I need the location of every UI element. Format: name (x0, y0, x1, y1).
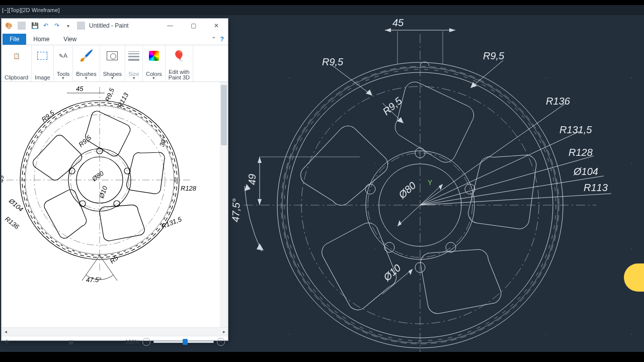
paint-title-text: Untitled - Paint (87, 22, 129, 29)
svg-text:R9,5: R9,5 (77, 134, 93, 149)
ribbon-image[interactable]: Image (32, 45, 54, 81)
svg-text:Ø104: Ø104 (7, 197, 25, 213)
svg-marker-43 (409, 269, 413, 275)
dim-47_5: 47,5° (230, 198, 242, 222)
dim-r136: R136 (546, 96, 571, 107)
svg-text:45: 45 (76, 85, 84, 93)
svg-line-28 (420, 103, 566, 205)
paint-statusbar: ✛ ▦ 100% − + (2, 336, 228, 347)
svg-text:R113: R113 (116, 91, 130, 109)
help-icon[interactable]: ? (220, 36, 224, 43)
svg-text:Ø80: Ø80 (90, 169, 105, 183)
svg-marker-19 (449, 28, 455, 32)
svg-marker-23 (366, 89, 372, 96)
close-button[interactable]: ✕ (205, 19, 228, 33)
paint-app-icon: 🎨 (5, 22, 13, 30)
svg-text:49: 49 (2, 175, 5, 183)
ribbon-shapes[interactable]: Shapes▾ (100, 45, 125, 81)
svg-marker-41 (257, 243, 264, 250)
zoom-out-button[interactable]: − (142, 338, 150, 346)
tab-view[interactable]: View (56, 34, 84, 45)
paint-tabs: File Home View ⌃ ? (2, 33, 228, 45)
ribbon-brushes[interactable]: 🖌️ Brushes▾ (73, 45, 100, 81)
tab-home[interactable]: Home (26, 34, 56, 45)
selection-icon: ▦ (68, 339, 73, 345)
svg-marker-38 (258, 199, 262, 205)
svg-text:R128: R128 (181, 185, 197, 192)
ribbon-clipboard[interactable]: 📋 Clipboard (2, 45, 32, 81)
svg-point-57 (22, 103, 177, 257)
paint-ribbon: 📋 Clipboard Image ✎A Tools▾ 🖌️ Brushes▾ … (2, 45, 228, 82)
qat-dropdown-icon[interactable]: ▾ (64, 22, 72, 30)
svg-text:Ø10: Ø10 (97, 185, 109, 200)
paint-hscrollbar[interactable]: ◂ ▸ (2, 327, 228, 336)
mspaint-window[interactable]: 🎨 💾 ↶ ↷ ▾ Untitled - Paint — ▢ ✕ File Ho… (1, 18, 228, 341)
svg-text:R136: R136 (4, 215, 21, 231)
dim-r9_5-right: R9,5 (483, 50, 505, 61)
dim-r9_5-left: R9,5 (322, 56, 344, 67)
hscroll-left-icon[interactable]: ◂ (2, 328, 10, 336)
tab-file[interactable]: File (3, 34, 26, 45)
svg-line-29 (420, 131, 581, 205)
minimize-button[interactable]: — (158, 19, 182, 33)
svg-point-13 (365, 184, 375, 194)
paint-canvas[interactable]: 45 R9,5 R113 R9,5 30° R9,5 Ø80 Ø10 49 Ø1… (2, 82, 228, 327)
svg-line-30 (420, 156, 594, 205)
paint-sprocket-drawing: 45 R9,5 R113 R9,5 30° R9,5 Ø80 Ø10 49 Ø1… (2, 82, 220, 327)
svg-marker-18 (385, 28, 391, 32)
svg-marker-35 (439, 184, 443, 190)
ribbon-size[interactable]: Size▾ (125, 45, 143, 81)
dim-49: 49 (247, 174, 258, 185)
dim-r128: R128 (569, 147, 593, 158)
viewport-label[interactable]: [−][Top][2D Wireframe] (0, 5, 644, 15)
dim-d104: Ø104 (573, 166, 598, 177)
dim-r113: R113 (584, 182, 608, 193)
axis-y-label: Y (428, 178, 433, 187)
svg-text:R9,5: R9,5 (40, 109, 56, 123)
paint-vscrollbar[interactable] (220, 82, 228, 327)
dim-d80: Ø80 (396, 179, 418, 201)
svg-text:R131,5: R131,5 (160, 215, 183, 230)
ribbon-colors[interactable]: Colors▾ (143, 45, 166, 81)
dim-45: 45 (392, 17, 404, 28)
ribbon-tools[interactable]: ✎A Tools▾ (54, 45, 73, 81)
zoom-slider[interactable] (153, 341, 214, 343)
dim-d10: Ø10 (381, 262, 403, 283)
svg-line-32 (420, 194, 611, 205)
ribbon-paint3d[interactable]: 🎈 Edit with Paint 3D (166, 45, 193, 81)
zoom-in-button[interactable]: + (217, 338, 225, 346)
svg-marker-37 (258, 157, 262, 163)
svg-line-24 (470, 60, 503, 88)
hscroll-right-icon[interactable]: ▸ (220, 328, 228, 336)
svg-line-31 (420, 176, 604, 205)
dim-r1315: R131,5 (559, 124, 592, 135)
svg-marker-34 (397, 220, 401, 226)
dim-r9_5-inner: R9,5 (380, 95, 404, 117)
svg-text:R5: R5 (108, 254, 120, 265)
ribbon-collapse-icon[interactable]: ⌃ (211, 36, 216, 43)
undo-icon[interactable]: ↶ (42, 22, 50, 30)
svg-text:R9,5: R9,5 (104, 86, 116, 103)
maximize-button[interactable]: ▢ (182, 19, 205, 33)
save-icon[interactable]: 💾 (31, 22, 39, 30)
cursor-pos-icon: ✛ (5, 339, 9, 345)
zoom-label: 100% (125, 339, 139, 345)
redo-icon[interactable]: ↷ (53, 22, 61, 30)
paint-titlebar[interactable]: 🎨 💾 ↶ ↷ ▾ Untitled - Paint — ▢ ✕ (2, 19, 228, 33)
